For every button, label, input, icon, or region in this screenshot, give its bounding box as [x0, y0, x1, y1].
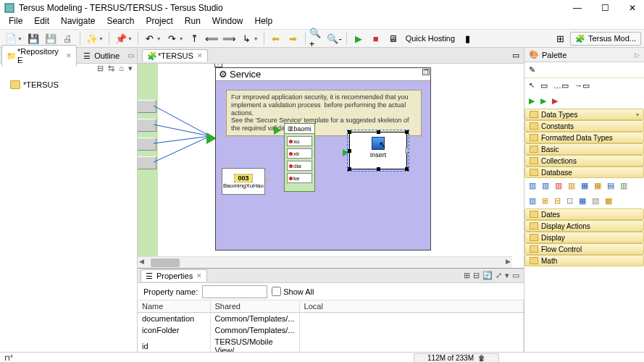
save-button[interactable]: 💾: [25, 30, 41, 46]
drawer-display-actions[interactable]: Display Actions: [524, 220, 644, 232]
db2-item-5[interactable]: ▦: [579, 196, 586, 206]
db-item-2[interactable]: ▥: [542, 181, 549, 190]
menu-window[interactable]: Window: [208, 16, 248, 29]
model-canvas[interactable]: <Parent> <Inserted> - ❐ ⚙ Service For im…: [138, 64, 512, 256]
field-ke[interactable]: ke: [287, 173, 312, 183]
drawer-flow-control[interactable]: Flow Control: [524, 243, 644, 255]
undo-button[interactable]: ↶: [142, 30, 158, 46]
menu-run[interactable]: Run: [180, 16, 205, 29]
db2-item-3[interactable]: ⊟: [554, 196, 561, 206]
drawer-dates[interactable]: Dates: [524, 209, 644, 220]
db-item-7[interactable]: ▤: [607, 181, 614, 190]
props-tool-5[interactable]: ▾: [505, 271, 509, 280]
save-all-button[interactable]: 💾: [43, 30, 59, 46]
palette-collapse-icon[interactable]: ▷: [635, 51, 640, 59]
home-icon[interactable]: ⌂: [119, 64, 124, 77]
baomingxuhao-box[interactable]: 003 BaomingXuHao: [222, 168, 265, 195]
restore-icon[interactable]: ❐: [422, 69, 430, 75]
stop-button[interactable]: ■: [368, 30, 384, 46]
menu-file[interactable]: File: [4, 16, 27, 29]
property-name-input[interactable]: [202, 285, 267, 298]
quick-hosting-label[interactable]: Quick Hosting: [403, 34, 458, 43]
nav-up-button[interactable]: ⤒: [187, 30, 203, 46]
play-tool[interactable]: ▶: [529, 96, 535, 106]
fwd-button[interactable]: ➡: [285, 30, 301, 46]
drawer-constants[interactable]: Constants: [524, 120, 644, 132]
service-box[interactable]: - ❐ ⚙ Service For improved application s…: [215, 67, 431, 251]
db-item-3[interactable]: ▥: [555, 181, 562, 190]
props-tool-1[interactable]: ⊞: [464, 271, 470, 280]
memory-status[interactable]: 112M of 233M 🗑: [414, 353, 499, 362]
db2-item-1[interactable]: ▥: [529, 196, 536, 206]
view-minimize-icon[interactable]: ▭: [125, 51, 137, 59]
tab-close-icon[interactable]: ✕: [66, 52, 72, 59]
nav-prev-button[interactable]: ⟸: [204, 30, 220, 46]
pin-button[interactable]: 📌: [113, 30, 129, 46]
tab-outline[interactable]: ☰ Outline: [78, 49, 125, 62]
print-button[interactable]: 🖨: [60, 30, 76, 46]
db-item-4[interactable]: ▥: [568, 181, 575, 190]
props-tool-4[interactable]: ⤢: [495, 271, 502, 280]
db2-item-7[interactable]: ▩: [605, 196, 612, 206]
wizard-button[interactable]: ✨: [84, 30, 100, 46]
menu-search[interactable]: Search: [102, 16, 138, 29]
zoom-out-button[interactable]: 🔍-: [327, 30, 343, 46]
baoming-box[interactable]: ▥baomi xu xir dia ke: [284, 123, 315, 192]
drawer-data-types[interactable]: Data Types▾: [524, 109, 644, 120]
show-all-input[interactable]: [272, 287, 281, 296]
quick-host-icon[interactable]: 🖥: [385, 30, 401, 46]
tab-properties[interactable]: ☰ Properties ✕: [141, 269, 207, 282]
col-name[interactable]: Name: [138, 300, 210, 313]
field-xir[interactable]: xir: [287, 148, 312, 159]
select-tool[interactable]: ↖: [529, 81, 535, 90]
new-button[interactable]: 📄: [3, 30, 19, 46]
play2-tool[interactable]: ▶: [540, 96, 546, 106]
tree-root-item[interactable]: *TERSUS: [3, 80, 134, 90]
db-item-5[interactable]: ▦: [581, 181, 588, 190]
run-button[interactable]: ▶: [351, 30, 367, 46]
editor-tab-tersus[interactable]: 🧩 *TERSUS ✕: [142, 49, 208, 62]
nav-button[interactable]: ↳: [239, 30, 255, 46]
db-item-8[interactable]: ▥: [620, 181, 627, 190]
perspective-tersus[interactable]: 🧩 Tersus Mod...: [570, 32, 641, 46]
back-button[interactable]: ⬅: [268, 30, 284, 46]
marquee-tool[interactable]: ▭: [540, 81, 548, 90]
field-xu[interactable]: xu: [287, 136, 312, 146]
baoming-trigger-arrow[interactable]: [274, 126, 281, 135]
props-tool-3[interactable]: 🔄: [482, 271, 493, 280]
link-tool[interactable]: →▭: [574, 81, 590, 90]
stop-tool[interactable]: ▶: [552, 96, 558, 106]
nav-next-button[interactable]: ⟹: [222, 30, 238, 46]
tab-repository-explorer[interactable]: 📁 *Repository E ✕: [1, 45, 77, 66]
db2-item-4[interactable]: ⊡: [566, 196, 573, 206]
db-item-6[interactable]: ▦: [594, 181, 601, 190]
props-tool-2[interactable]: ⊟: [473, 271, 480, 280]
menu-icon[interactable]: ▾: [128, 64, 133, 77]
minimize-button[interactable]: —: [570, 3, 585, 13]
field-dia[interactable]: dia: [287, 161, 312, 171]
drawer-formatted[interactable]: Formatted Data Types: [524, 132, 644, 143]
zoom-in-button[interactable]: 🔍+: [309, 30, 325, 46]
props-min[interactable]: ▭: [512, 271, 519, 280]
insert-box[interactable]: Insert ↖: [349, 132, 407, 169]
db-button[interactable]: ▮: [459, 30, 475, 46]
menu-edit[interactable]: Edit: [30, 16, 54, 29]
menu-help[interactable]: Help: [251, 16, 277, 29]
drawer-display[interactable]: Display: [524, 232, 644, 243]
link-icon[interactable]: ⇆: [108, 64, 114, 77]
gc-icon[interactable]: 🗑: [478, 354, 485, 362]
editor-maximize-icon[interactable]: ▭: [512, 51, 524, 60]
open-perspective-button[interactable]: ⊞: [553, 30, 569, 46]
db2-item-6[interactable]: ▧: [592, 196, 599, 206]
drawer-math[interactable]: Math: [524, 255, 644, 266]
db-item-1[interactable]: ▥: [529, 181, 536, 190]
menu-project[interactable]: Project: [141, 16, 177, 29]
redo-button[interactable]: ↷: [164, 30, 180, 46]
note-tool[interactable]: …▭: [553, 81, 569, 90]
maximize-button[interactable]: ☐: [598, 3, 612, 13]
col-local[interactable]: Local: [299, 300, 523, 313]
edit-tool-icon[interactable]: ✎: [529, 65, 535, 75]
show-all-checkbox[interactable]: Show All: [272, 287, 314, 296]
col-shared[interactable]: Shared: [210, 300, 299, 313]
close-button[interactable]: ✕: [625, 3, 640, 13]
